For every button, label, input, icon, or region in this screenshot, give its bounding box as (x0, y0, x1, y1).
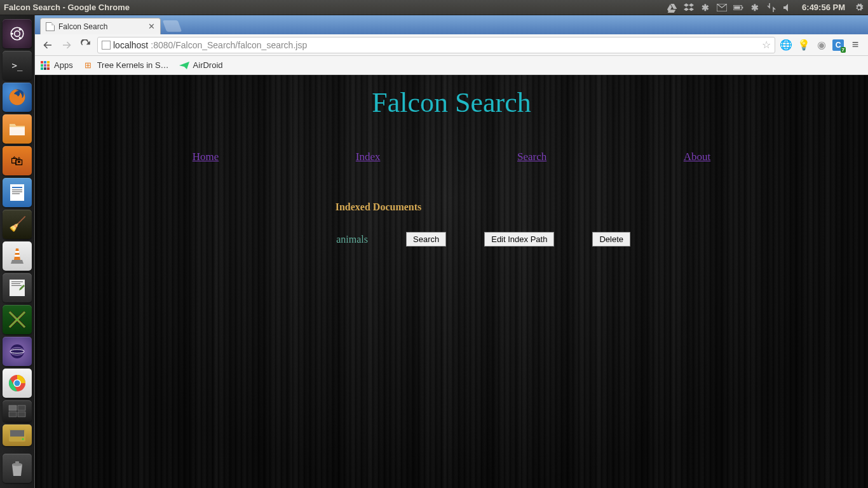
c-ext-icon[interactable]: C7 (832, 39, 844, 51)
site-icon (102, 41, 111, 50)
back-button[interactable] (40, 37, 55, 53)
svg-point-7 (19, 29, 21, 30)
nav-index[interactable]: Index (356, 151, 381, 163)
bookmarks-bar: Apps ⊞ Tree Kernels in S… AirDroid (35, 56, 868, 75)
files-icon[interactable] (3, 114, 32, 144)
svg-point-33 (22, 438, 24, 440)
tree-kernels-bookmark[interactable]: ⊞ Tree Kernels in S… (83, 60, 169, 71)
page-title: Falcon Search (35, 75, 868, 151)
airdroid-icon (179, 60, 189, 71)
svg-point-26 (15, 381, 20, 386)
svg-rect-11 (12, 187, 22, 188)
search-button[interactable]: Search (406, 232, 446, 247)
tree-kernels-icon: ⊞ (83, 60, 93, 71)
chrome-menu-icon[interactable]: ≡ (848, 38, 863, 51)
apps-grid-icon (40, 60, 50, 71)
svg-point-6 (11, 32, 13, 34)
section-heading: Indexed Documents (35, 201, 868, 213)
vlc-icon[interactable] (3, 241, 32, 271)
nav-search[interactable]: Search (517, 151, 546, 163)
bulb-ext-icon[interactable]: 💡 (797, 38, 811, 52)
software-center-icon[interactable]: 🛍 (3, 146, 32, 175)
svg-rect-13 (12, 191, 22, 193)
airdroid-label: AirDroid (193, 60, 223, 70)
svg-point-21 (10, 344, 24, 358)
green-x-icon[interactable] (3, 305, 32, 334)
network-icon[interactable] (766, 3, 776, 13)
svg-rect-14 (12, 193, 20, 194)
svg-point-34 (12, 463, 22, 466)
tree-kernels-label: Tree Kernels in S… (97, 60, 169, 70)
dropbox-icon[interactable] (684, 3, 694, 13)
new-tab-button[interactable] (163, 20, 182, 32)
trash-icon[interactable] (3, 454, 32, 483)
url-path: :8080/Falcon_Search/falcon_search.jsp (151, 40, 307, 50)
close-tab-icon[interactable]: ✕ (148, 22, 155, 31)
document-name: animals (330, 234, 368, 245)
volume-icon[interactable] (783, 3, 793, 13)
page-icon (46, 22, 55, 31)
mail-icon[interactable] (717, 3, 727, 13)
svg-rect-3 (734, 6, 740, 9)
browser-tab[interactable]: Falcon Search ✕ (40, 18, 161, 34)
broom-icon[interactable]: 🧹 (3, 210, 32, 239)
clock[interactable]: 6:49:56 PM (799, 3, 848, 12)
bookmark-star-icon[interactable]: ☆ (762, 39, 771, 51)
svg-rect-30 (18, 412, 25, 417)
forward-button[interactable] (59, 37, 74, 53)
nav-about[interactable]: About (684, 151, 711, 163)
browser-toolbar: localhost:8080/Falcon_Search/falcon_sear… (35, 34, 868, 56)
svg-rect-2 (742, 6, 743, 8)
unity-launcher: >_ 🛍 🧹 (0, 15, 34, 488)
svg-rect-35 (15, 461, 19, 463)
system-tray: ✱ ✱ 6:49:56 PM (667, 3, 864, 13)
nav-home[interactable]: Home (193, 151, 219, 163)
firefox-icon[interactable] (3, 83, 32, 112)
svg-rect-32 (10, 430, 24, 437)
url-host: localhost (113, 40, 148, 50)
apps-bookmark[interactable]: Apps (40, 60, 73, 71)
grey-ext-icon[interactable]: ◉ (815, 38, 829, 52)
svg-rect-15 (15, 251, 19, 253)
svg-rect-16 (15, 255, 20, 257)
eclipse-icon[interactable] (3, 337, 32, 366)
apps-label: Apps (54, 60, 73, 70)
battery-icon[interactable] (733, 3, 743, 13)
document-row: animals Search Edit Index Path Delete (92, 232, 868, 247)
svg-rect-18 (11, 281, 23, 282)
chrome-window: Falcon Search ✕ localhost:8080/Falcon_Se… (34, 15, 868, 488)
disk-icon[interactable] (3, 424, 32, 446)
terminal-icon[interactable]: >_ (3, 51, 32, 80)
text-editor-icon[interactable] (3, 273, 32, 302)
svg-rect-29 (9, 412, 17, 417)
svg-rect-27 (9, 405, 17, 410)
os-top-panel: Falcon Search - Google Chrome ✱ ✱ 6:49:5… (0, 0, 868, 15)
gear-icon[interactable] (854, 3, 864, 13)
svg-point-8 (19, 37, 21, 39)
bluetooth-icon[interactable]: ✱ (700, 3, 710, 13)
chrome-icon[interactable] (3, 369, 32, 398)
svg-point-5 (15, 31, 20, 37)
workspace-switcher-icon[interactable] (3, 400, 32, 422)
svg-rect-28 (18, 405, 25, 410)
svg-rect-12 (12, 189, 22, 191)
dash-icon[interactable] (3, 19, 32, 48)
reload-button[interactable] (78, 37, 93, 53)
svg-rect-10 (10, 184, 24, 201)
svg-rect-20 (11, 285, 22, 286)
bluetooth-icon-2[interactable]: ✱ (750, 3, 760, 13)
document-icon[interactable] (3, 178, 32, 207)
gdrive-icon[interactable] (667, 3, 677, 13)
tab-strip: Falcon Search ✕ (35, 15, 868, 34)
svg-rect-19 (11, 283, 20, 284)
delete-button[interactable]: Delete (592, 232, 630, 247)
globe-ext-icon[interactable]: 🌐 (779, 38, 793, 52)
page-content: Falcon Search Home Index Search About In… (35, 75, 868, 488)
address-bar[interactable]: localhost:8080/Falcon_Search/falcon_sear… (97, 37, 775, 53)
window-title: Falcon Search - Google Chrome (4, 3, 667, 12)
page-nav: Home Index Search About (35, 151, 868, 201)
edit-index-path-button[interactable]: Edit Index Path (484, 232, 554, 247)
tab-title: Falcon Search (58, 22, 144, 31)
airdroid-bookmark[interactable]: AirDroid (179, 60, 223, 71)
